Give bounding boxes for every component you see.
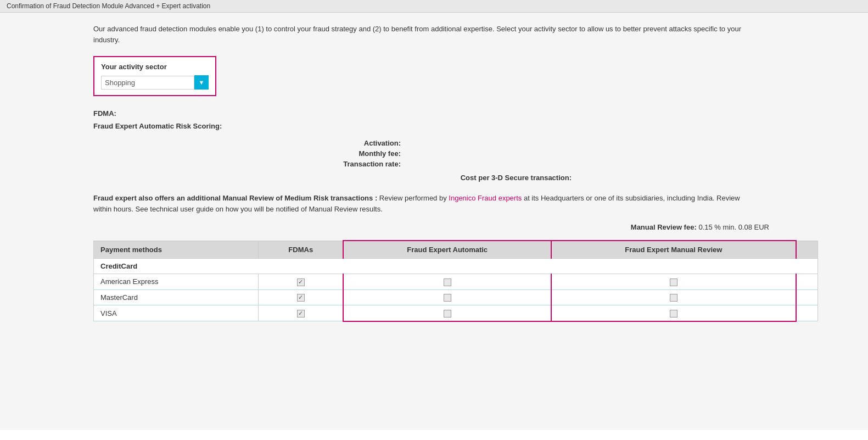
content-area: Our advanced fraud detection modules ena… bbox=[0, 13, 868, 430]
th-fraud-expert-auto: Fraud Expert Automatic bbox=[343, 241, 551, 259]
table-row: American Express bbox=[94, 274, 818, 290]
th-fraud-expert-manual: Fraud Expert Manual Review bbox=[551, 241, 796, 259]
fraud-manual-checkbox-amex[interactable] bbox=[670, 279, 677, 286]
creditcard-label: CreditCard bbox=[94, 259, 818, 274]
fraud-manual-cell-amex bbox=[551, 274, 796, 290]
payment-method-cell: MasterCard bbox=[94, 289, 259, 305]
th-fdmas: FDMAs bbox=[259, 241, 343, 259]
activity-sector-select[interactable]: Shopping Travel Digital Goods Services O… bbox=[101, 76, 194, 90]
fraud-expert-note-text: Review performed by bbox=[379, 194, 449, 202]
activity-sector-label: Your activity sector bbox=[101, 63, 209, 71]
top-bar: Confirmation of Fraud Detection Module A… bbox=[0, 0, 868, 13]
fraud-manual-cell-visa bbox=[551, 305, 796, 321]
fdma-cell bbox=[259, 305, 343, 321]
page-wrapper: Confirmation of Fraud Detection Module A… bbox=[0, 0, 868, 440]
activation-row: Activation: bbox=[313, 139, 846, 147]
fdma-cell bbox=[259, 289, 343, 305]
th-payment-methods: Payment methods bbox=[94, 241, 259, 259]
fraud-manual-checkbox-visa[interactable] bbox=[670, 310, 677, 318]
fraud-manual-cell-mastercard bbox=[551, 289, 796, 305]
extra-cell-amex bbox=[796, 274, 818, 290]
manual-review-fee-label: Manual Review fee: bbox=[631, 223, 697, 231]
transaction-rate-label: Transaction rate: bbox=[313, 160, 401, 168]
transaction-rate-row: Transaction rate: bbox=[313, 160, 846, 168]
fraud-auto-checkbox-mastercard[interactable] bbox=[444, 294, 451, 302]
fraud-auto-checkbox-visa[interactable] bbox=[444, 310, 451, 318]
fraud-auto-checkbox-amex[interactable] bbox=[444, 279, 451, 286]
fdma-label: FDMA: bbox=[93, 109, 116, 118]
manual-review-fee-row: Manual Review fee: 0.15 % min. 0.08 EUR bbox=[93, 223, 769, 231]
fraud-expert-section: Fraud Expert Automatic Risk Scoring: bbox=[93, 122, 846, 130]
monthly-fee-row: Monthly fee: bbox=[313, 149, 846, 158]
fraud-auto-cell-amex bbox=[343, 274, 551, 290]
manual-review-fee-value: 0.15 % min. 0.08 EUR bbox=[698, 223, 769, 231]
extra-cell-visa bbox=[796, 305, 818, 321]
table-row: MasterCard bbox=[94, 289, 818, 305]
fraud-expert-label: Fraud Expert Automatic Risk Scoring: bbox=[93, 122, 222, 130]
payment-method-cell: VISA bbox=[94, 305, 259, 321]
details-grid: Activation: Monthly fee: Transaction rat… bbox=[313, 139, 846, 168]
description-text: Our advanced fraud detection modules ena… bbox=[93, 24, 752, 45]
fdma-checkbox-visa[interactable] bbox=[297, 310, 305, 318]
activation-label: Activation: bbox=[313, 139, 401, 147]
fdma-checkbox-mastercard[interactable] bbox=[297, 294, 305, 302]
activity-sector-box: Your activity sector Shopping Travel Dig… bbox=[93, 56, 216, 96]
table-row: VISA bbox=[94, 305, 818, 321]
table-header-row: Payment methods FDMAs Fraud Expert Autom… bbox=[94, 241, 818, 259]
fraud-expert-note: Fraud expert also offers an additional M… bbox=[93, 193, 752, 214]
th-extra bbox=[796, 241, 818, 259]
fraud-expert-note-bold: Fraud expert also offers an additional M… bbox=[93, 194, 377, 202]
sector-dropdown-button[interactable] bbox=[194, 75, 209, 90]
creditcard-group-row: CreditCard bbox=[94, 259, 818, 274]
fdma-section: FDMA: bbox=[93, 109, 846, 118]
fdma-checkbox-amex[interactable] bbox=[297, 279, 305, 286]
fdma-cell bbox=[259, 274, 343, 290]
fraud-auto-cell-mastercard bbox=[343, 289, 551, 305]
extra-cell-mastercard bbox=[796, 289, 818, 305]
sector-select-wrapper: Shopping Travel Digital Goods Services O… bbox=[101, 75, 209, 90]
fraud-auto-cell-visa bbox=[343, 305, 551, 321]
payment-table: Payment methods FDMAs Fraud Expert Autom… bbox=[93, 240, 818, 322]
fraud-manual-checkbox-mastercard[interactable] bbox=[670, 294, 677, 302]
cost-3d-label: Cost per 3-D Secure transaction: bbox=[461, 174, 572, 182]
payment-method-cell: American Express bbox=[94, 274, 259, 290]
ingenico-link: Ingenico Fraud experts bbox=[449, 194, 522, 202]
page-title: Confirmation of Fraud Detection Module A… bbox=[7, 2, 210, 10]
cost-3d-row: Cost per 3-D Secure transaction: bbox=[258, 174, 572, 182]
monthly-fee-label: Monthly fee: bbox=[313, 149, 401, 158]
